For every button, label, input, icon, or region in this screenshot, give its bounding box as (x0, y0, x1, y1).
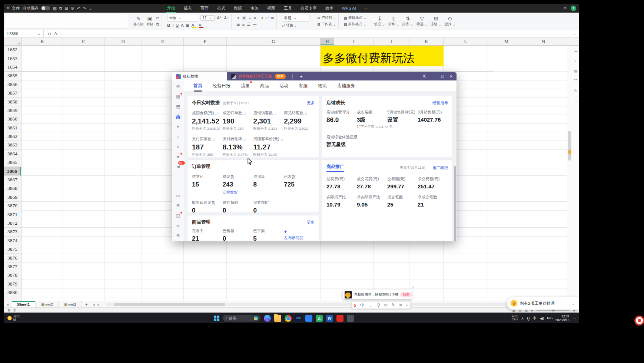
format-painter-button[interactable]: ✎ 格式刷 (133, 16, 143, 27)
metric-item[interactable]: 成交笔数 25 (387, 195, 418, 208)
column-header-d[interactable]: D (104, 38, 142, 45)
start-button[interactable] (214, 316, 219, 321)
wrap-text-icon[interactable]: ↩ (265, 16, 269, 20)
nav-traffic[interactable]: 流量 (240, 80, 250, 91)
filter-button[interactable]: ▽筛选⌄ (416, 16, 428, 27)
export-icon[interactable]: ⧉ (59, 6, 62, 11)
voice-input-icon[interactable] (378, 303, 380, 307)
align-bottom-icon[interactable]: ⌄ (248, 16, 252, 20)
row-header[interactable]: 1654 (4, 63, 21, 72)
cut-icon[interactable]: ✂ (156, 16, 159, 20)
row-header[interactable]: 3869 (4, 193, 21, 202)
sidebar-products-icon[interactable]: ⬒ (175, 103, 182, 109)
sort-button[interactable]: ⇅排序⌄ (402, 16, 414, 27)
italic-button[interactable]: I (172, 23, 173, 27)
fill-button[interactable]: ↧填充⌄ (374, 16, 385, 27)
hamburger-icon[interactable]: ≡ (7, 6, 9, 10)
guide-link[interactable]: 经营指导 (432, 100, 448, 106)
dock-icon[interactable]: ⇱ (423, 74, 426, 79)
metric-item[interactable]: 交易额(元) 299.77 (387, 176, 418, 189)
print-icon[interactable]: ⊟ (65, 6, 68, 11)
formula-expand-icon[interactable]: ⌄ (570, 32, 579, 36)
metric-item[interactable]: 已下架 5 (253, 228, 284, 241)
column-header-h-selected[interactable]: H (321, 38, 334, 45)
volume-icon[interactable]: ◀) (540, 316, 544, 320)
formula-insert-icon[interactable]: ⊙ (47, 32, 51, 36)
nav-shop-service[interactable]: 店铺服务 (337, 80, 355, 91)
set-target-link[interactable]: 设置 (387, 116, 418, 123)
rail-panel-icon[interactable]: ☷ (574, 79, 578, 83)
row-header[interactable]: 3863 (4, 141, 21, 149)
sogou-icon[interactable]: S (353, 303, 356, 307)
tray-ime-icon[interactable]: 中 (533, 316, 537, 321)
metric-item[interactable]: 待发货 243 立即发货 (223, 174, 253, 195)
punctuation-icon[interactable]: ·。 (368, 302, 374, 308)
rows-cols-button[interactable]: ⊟行和列⌄ (317, 16, 336, 20)
metric-item[interactable]: 已售罄 0 (223, 228, 253, 241)
cell-reference-box[interactable]: H3866 ⌄ (4, 30, 44, 37)
dashboard-scrollbar-thumb[interactable] (454, 166, 456, 241)
tab-view[interactable]: 视图 (266, 4, 276, 13)
row-header[interactable]: 3862 (4, 132, 21, 141)
font-size-select[interactable]: 12⌄ (200, 15, 215, 21)
save-icon[interactable]: ▤ (53, 6, 56, 11)
scroll-left-icon[interactable]: ◂ (91, 302, 96, 307)
vertical-scrollbar[interactable] (567, 46, 572, 301)
row-header[interactable]: 3880 (4, 288, 21, 297)
sidebar-data-icon[interactable] (175, 113, 182, 119)
highlighted-cell-text[interactable]: 多多微付费新玩法 (321, 46, 444, 66)
clock-widget[interactable]: 12:372025/9/13 (555, 314, 570, 322)
paste-button[interactable]: ▣ 粘贴 (146, 16, 153, 27)
ad-close-icon[interactable]: ✕ (412, 286, 415, 290)
toast-chevron-icon[interactable]: ⌄ (572, 301, 575, 306)
fx-icon[interactable]: fx (54, 32, 57, 36)
metric-item[interactable]: 已发货 725 (284, 174, 315, 195)
font-name-select[interactable]: 宋体⌄ (167, 15, 198, 22)
copilot-app-icon[interactable] (264, 315, 271, 322)
status-list-icon[interactable]: ≣ (13, 308, 16, 312)
sheet-list-icon[interactable]: ≡ (4, 302, 12, 307)
sync-icon[interactable]: ⟳ (564, 6, 567, 11)
tab-page[interactable]: 页面 (200, 4, 209, 13)
column-header-g[interactable]: G (227, 38, 321, 45)
blue-app-icon[interactable] (305, 315, 312, 322)
column-header-n[interactable]: N (525, 38, 562, 45)
file-explorer-icon[interactable] (274, 315, 281, 322)
row-header[interactable]: 3872 (4, 219, 21, 228)
nav-service[interactable]: 客服 (298, 80, 308, 91)
metric-item[interactable]: 店铺访客数◿ 2,301 昨日全天 2,824 (253, 110, 284, 131)
sheet-tab-2[interactable]: Sheet2 (36, 301, 59, 307)
bold-button[interactable]: B (167, 23, 170, 27)
number-format-select[interactable]: 常规⌄ (282, 15, 309, 22)
sidebar-grid-icon[interactable]: ⊞ (175, 232, 182, 238)
row-header[interactable]: 3864 (4, 150, 21, 158)
row-header[interactable]: 3860 (4, 115, 21, 123)
metric-item[interactable]: 支付买家数◿ 187 昨日全天 256 (192, 136, 223, 157)
screen-record-indicator[interactable] (634, 316, 644, 326)
row-header[interactable]: 3857 (4, 89, 21, 98)
row-header[interactable]: 3856 (4, 80, 21, 89)
metric-item[interactable]: 揽件超时 0 (223, 200, 253, 213)
cellref-chevron-icon[interactable]: ⌄ (37, 32, 40, 36)
taskbar-search[interactable]: ⌕ 搜索 (223, 315, 260, 321)
column-header-b[interactable]: B (21, 38, 63, 45)
ribbon-search-icon[interactable]: ⌕ (364, 4, 368, 12)
photoshop-icon[interactable]: Ps (295, 315, 302, 322)
sidebar-growth-icon[interactable]: ★ (175, 154, 182, 159)
column-header-f[interactable]: F (184, 38, 227, 45)
pinduoduo-app-icon[interactable] (336, 315, 343, 322)
increase-indent-icon[interactable]: ⇥ (260, 16, 263, 20)
worksheet-button[interactable]: ⊞工作表⌄ (317, 22, 336, 27)
rail-todo-icon[interactable]: ✓ (574, 59, 577, 63)
align-middle-icon[interactable]: ≡ (242, 16, 246, 20)
metric-item[interactable]: 净成交笔数 21 (418, 195, 448, 208)
zoom-slider[interactable] (536, 310, 570, 311)
scroll-right-icon[interactable]: ▸ (96, 302, 101, 307)
metric-item[interactable]: 即将延迟发货 0 (192, 200, 223, 213)
wechat-icon[interactable]: ◭ (316, 315, 323, 322)
metric-item[interactable]: 成团订单数◿ 190 昨日全天 259 (223, 110, 253, 131)
row-header[interactable]: 3866 (4, 167, 21, 175)
new-tab-button[interactable]: + (300, 74, 303, 79)
tab-home[interactable]: 开始 (166, 4, 176, 13)
rail-more-icon[interactable]: ⌄ (574, 99, 577, 103)
